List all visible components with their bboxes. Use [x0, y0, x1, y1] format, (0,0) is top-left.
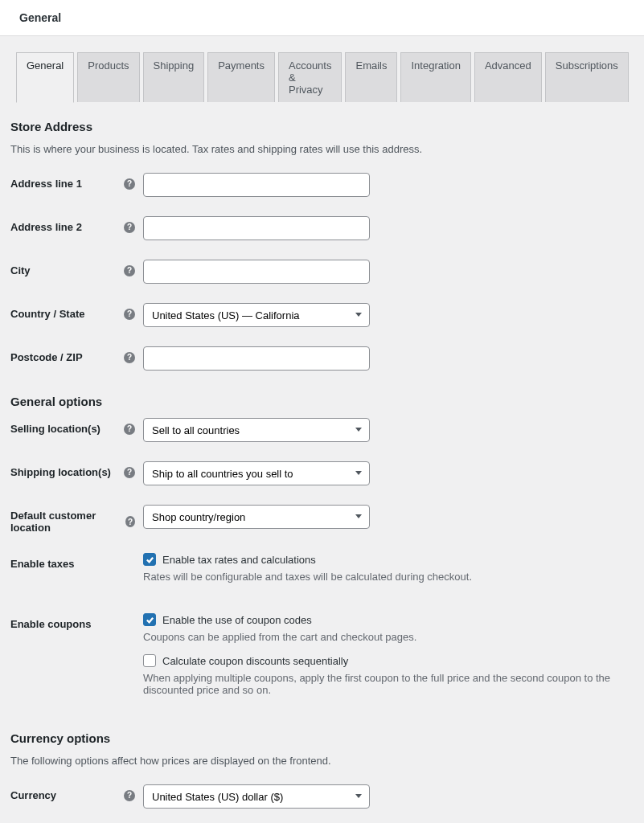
country-select[interactable]: United States (US) — California	[143, 303, 370, 327]
city-input[interactable]	[143, 260, 370, 284]
enable-taxes-label: Enable taxes	[10, 553, 143, 570]
tab-products[interactable]: Products	[77, 52, 139, 102]
help-icon[interactable]: ?	[124, 178, 135, 190]
enable-taxes-cb-label: Enable tax rates and calculations	[162, 554, 316, 566]
enable-coupons-label: Enable coupons	[10, 613, 143, 630]
help-icon[interactable]: ?	[124, 790, 135, 801]
sequential-coupons-cb-label: Calculate coupon discounts sequentially	[162, 655, 348, 667]
tab-shipping[interactable]: Shipping	[143, 52, 205, 102]
general-options-heading: General options	[10, 395, 628, 408]
shipping-loc-label: Shipping location(s) ?	[10, 461, 143, 478]
enable-coupons-checkbox[interactable]	[143, 613, 156, 626]
settings-tabs: General Products Shipping Payments Accou…	[16, 52, 628, 102]
store-address-desc: This is where your business is located. …	[10, 143, 628, 155]
enable-coupons-cb-label: Enable the use of coupon codes	[162, 614, 312, 626]
content-area: General Products Shipping Payments Accou…	[0, 36, 644, 823]
currency-label: Currency ?	[10, 784, 143, 801]
selling-select[interactable]: Sell to all countries	[143, 418, 370, 442]
currency-options-desc: The following options affect how prices …	[10, 755, 628, 767]
enable-taxes-desc: Rates will be configurable and taxes wil…	[143, 571, 628, 583]
tab-accounts-privacy[interactable]: Accounts & Privacy	[278, 52, 342, 102]
help-icon[interactable]: ?	[124, 309, 135, 320]
enable-coupons-desc: Coupons can be applied from the cart and…	[143, 631, 628, 643]
help-icon[interactable]: ?	[124, 222, 135, 233]
country-label: Country / State ?	[10, 303, 143, 320]
help-icon[interactable]: ?	[124, 265, 135, 276]
tab-general[interactable]: General	[16, 52, 74, 103]
help-icon[interactable]: ?	[124, 352, 135, 363]
help-icon[interactable]: ?	[124, 424, 135, 435]
tab-advanced[interactable]: Advanced	[474, 52, 542, 102]
help-icon[interactable]: ?	[125, 516, 135, 527]
sequential-coupons-desc: When applying multiple coupons, apply th…	[143, 672, 628, 696]
postcode-label: Postcode / ZIP ?	[10, 346, 143, 363]
default-loc-label: Default customer location ?	[10, 505, 143, 534]
currency-options-section: Currency options The following options a…	[10, 731, 628, 823]
general-options-section: General options Selling location(s) ? Se…	[10, 395, 628, 707]
currency-select[interactable]: United States (US) dollar ($)	[143, 784, 370, 809]
address1-input[interactable]	[143, 173, 370, 197]
tab-emails[interactable]: Emails	[345, 52, 397, 102]
tab-payments[interactable]: Payments	[207, 52, 275, 102]
page-title: General	[19, 11, 61, 24]
help-icon[interactable]: ?	[124, 467, 135, 478]
currency-options-heading: Currency options	[10, 731, 628, 745]
store-address-section: Store Address This is where your busines…	[10, 120, 628, 371]
sequential-coupons-checkbox[interactable]	[143, 654, 156, 667]
address1-label: Address line 1 ?	[10, 173, 143, 190]
default-loc-select[interactable]: Shop country/region	[143, 505, 370, 529]
store-address-heading: Store Address	[10, 120, 628, 133]
selling-label: Selling location(s) ?	[10, 418, 143, 435]
city-label: City ?	[10, 260, 143, 276]
page-header: General	[0, 0, 644, 36]
postcode-input[interactable]	[143, 346, 370, 371]
shipping-select[interactable]: Ship to all countries you sell to	[143, 461, 370, 485]
address2-label: Address line 2 ?	[10, 216, 143, 233]
enable-taxes-checkbox[interactable]	[143, 553, 156, 566]
tab-subscriptions[interactable]: Subscriptions	[545, 52, 629, 102]
tab-integration[interactable]: Integration	[400, 52, 470, 102]
address2-input[interactable]	[143, 216, 370, 240]
